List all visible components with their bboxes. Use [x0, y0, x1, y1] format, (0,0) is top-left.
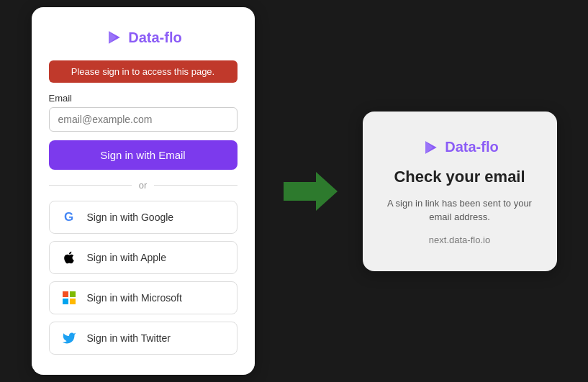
check-email-description: A sign in link has been sent to your ema…	[384, 196, 535, 224]
divider-text: or	[139, 180, 148, 191]
logo-brand-left: Data-flo	[128, 29, 181, 45]
apple-signin-label: Sign in with Apple	[87, 252, 167, 263]
dataflo-logo-icon-right	[420, 137, 440, 158]
microsoft-icon	[61, 290, 77, 306]
error-banner: Please sign in to access this page.	[49, 60, 238, 83]
logo-brand-right: Data-flo	[445, 139, 498, 155]
arrow-icon	[276, 166, 341, 217]
divider-line-right	[154, 185, 237, 186]
svg-marker-4	[425, 141, 433, 154]
microsoft-signin-button[interactable]: Sign in with Microsoft	[49, 281, 238, 314]
apple-svg	[62, 250, 76, 265]
twitter-svg	[62, 331, 76, 345]
check-email-card: Data-flo Check your email A sign in link…	[363, 112, 557, 271]
logo-text-right: Data-flo	[445, 139, 498, 155]
twitter-signin-button[interactable]: Sign in with Twitter	[49, 322, 238, 355]
apple-icon	[61, 250, 77, 265]
google-signin-button[interactable]: G Sign in with Google	[49, 201, 238, 234]
google-signin-label: Sign in with Google	[87, 212, 174, 223]
twitter-signin-label: Sign in with Twitter	[87, 332, 171, 344]
apple-signin-button[interactable]: Sign in with Apple	[49, 241, 238, 274]
check-email-title: Check your email	[394, 168, 525, 186]
email-label: Email	[49, 93, 73, 104]
signin-card: Data-flo Please sign in to access this p…	[32, 7, 255, 375]
sign-in-email-button[interactable]: Sign in with Email	[49, 140, 238, 170]
divider: or	[49, 180, 238, 191]
check-email-domain: next.data-flo.io	[429, 235, 490, 245]
divider-line-left	[49, 185, 132, 186]
svg-marker-1	[109, 31, 117, 44]
arrow-container	[276, 166, 341, 217]
logo-left: Data-flo	[104, 27, 181, 47]
logo-right: Data-flo	[420, 137, 498, 158]
dataflo-logo-icon-left	[104, 27, 124, 47]
svg-marker-2	[284, 172, 338, 211]
logo-text-left: Data-flo	[128, 29, 181, 46]
microsoft-grid-icon	[63, 291, 76, 304]
main-container: Data-flo Please sign in to access this p…	[0, 0, 588, 382]
google-icon: G	[61, 209, 77, 225]
microsoft-signin-label: Sign in with Microsoft	[87, 292, 182, 304]
twitter-icon	[61, 330, 77, 346]
email-input[interactable]	[49, 107, 238, 132]
